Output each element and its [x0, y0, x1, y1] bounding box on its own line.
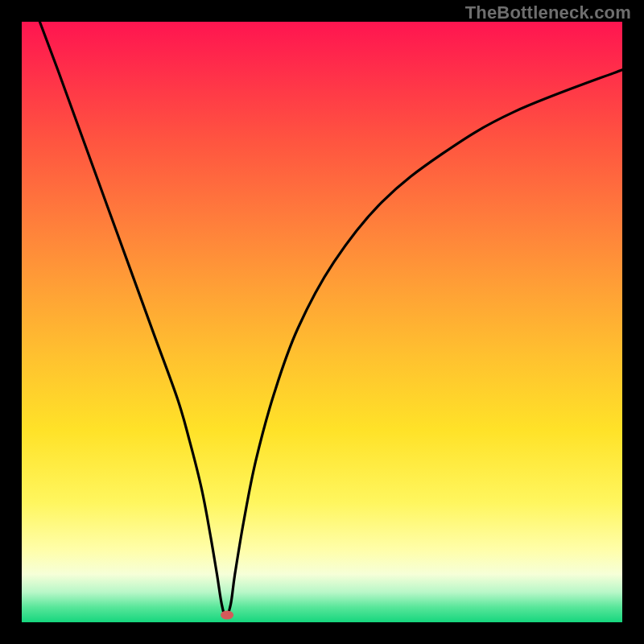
attribution-text: TheBottleneck.com — [465, 2, 631, 23]
curve-path — [39, 22, 622, 617]
optimum-marker — [221, 611, 233, 620]
bottleneck-curve — [22, 22, 622, 622]
chart-frame: TheBottleneck.com — [0, 0, 644, 644]
